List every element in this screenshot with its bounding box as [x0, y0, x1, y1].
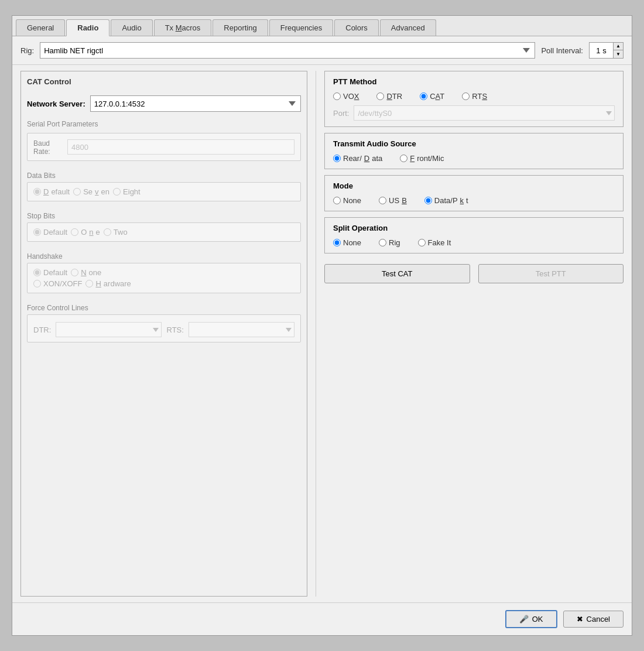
tab-colors[interactable]: Colors: [334, 19, 379, 36]
poll-down-button[interactable]: ▼: [614, 50, 623, 58]
split-none[interactable]: None: [333, 238, 361, 247]
force-control-lines-label: Force Control Lines: [27, 304, 301, 312]
poll-up-button[interactable]: ▲: [614, 43, 623, 50]
test-ptt-button[interactable]: Test PTT: [478, 264, 624, 283]
ptt-port-row: Port: /dev/ttyS0: [333, 105, 615, 121]
ptt-vox[interactable]: VOX: [333, 92, 359, 101]
ptt-method-section: PTT Method VOX DTR CAT RTS: [324, 71, 624, 127]
mode-none[interactable]: None: [333, 196, 361, 205]
data-bits-label: Data Bits: [27, 172, 301, 180]
tab-advanced[interactable]: Advanced: [380, 19, 436, 36]
audio-rear-data[interactable]: Rear/Data: [333, 154, 382, 163]
tab-audio[interactable]: Audio: [111, 19, 152, 36]
handshake-row1: Default None: [33, 268, 294, 277]
data-bits-eight[interactable]: Eight: [113, 187, 141, 196]
data-bits-section: Data Bits Default Seven Eight: [27, 170, 301, 201]
split-fake-it[interactable]: Fake It: [418, 238, 451, 247]
rig-row: Rig: Hamlib NET rigctl Poll Interval: ▲ …: [12, 36, 632, 65]
stop-bits-label: Stop Bits: [27, 212, 301, 220]
cancel-icon: ✖: [577, 615, 583, 623]
ptt-port-label: Port:: [333, 109, 349, 118]
stop-bits-default[interactable]: Default: [33, 228, 67, 237]
tab-general[interactable]: General: [16, 19, 65, 36]
ptt-method-title: PTT Method: [333, 77, 615, 86]
data-bits-options-row: Default Seven Eight: [33, 187, 294, 196]
dialog: General Radio Audio Tx Macros Reporting …: [12, 15, 632, 636]
dtr-rts-row: DTR: RTS:: [33, 322, 294, 337]
handshake-row2: XON/XOFF Hardware: [33, 279, 294, 288]
baud-rate-row: Baud Rate: 4800: [33, 138, 294, 156]
mode-options: None USB Data/Pkt: [333, 196, 615, 205]
transmit-audio-section: Transmit Audio Source Rear/Data Front/Mi…: [324, 133, 624, 169]
network-server-select[interactable]: 127.0.0.1:4532: [90, 95, 301, 112]
transmit-audio-options: Rear/Data Front/Mic: [333, 154, 615, 163]
split-operation-options: None Rig Fake It: [333, 238, 615, 247]
dtr-select[interactable]: [56, 322, 162, 337]
serial-port-params-label: Serial Port Parameters: [27, 120, 301, 128]
right-panel: PTT Method VOX DTR CAT RTS: [324, 71, 624, 597]
stop-bits-section: Stop Bits Default One Two: [27, 211, 301, 242]
split-operation-section: Split Operation None Rig Fake It: [324, 217, 624, 253]
data-bits-default[interactable]: Default: [33, 187, 70, 196]
split-rig[interactable]: Rig: [379, 238, 400, 247]
stop-bits-two[interactable]: Two: [104, 228, 128, 237]
mode-usb[interactable]: USB: [379, 196, 407, 205]
ptt-dtr[interactable]: DTR: [376, 92, 402, 101]
test-buttons-row: Test CAT Test PTT: [324, 264, 624, 283]
transmit-audio-title: Transmit Audio Source: [333, 139, 615, 148]
main-content: CAT Control Network Server: 127.0.0.1:45…: [12, 65, 632, 602]
panel-divider: [316, 71, 316, 597]
poll-interval-input[interactable]: [590, 43, 613, 58]
handshake-label: Handshake: [27, 252, 301, 261]
ptt-cat[interactable]: CAT: [420, 92, 444, 101]
mode-title: Mode: [333, 181, 615, 190]
handshake-xonxoff[interactable]: XON/XOFF: [33, 279, 82, 288]
cat-control-title: CAT Control: [27, 77, 301, 86]
split-operation-title: Split Operation: [333, 224, 615, 232]
force-control-lines-box: DTR: RTS:: [27, 314, 301, 342]
data-bits-box: Default Seven Eight: [27, 182, 301, 201]
tab-bar: General Radio Audio Tx Macros Reporting …: [12, 16, 632, 36]
stop-bits-box: Default One Two: [27, 222, 301, 242]
serial-port-params-box: Baud Rate: 4800: [27, 133, 301, 161]
ok-icon: 🎤: [519, 615, 529, 623]
audio-front-mic[interactable]: Front/Mic: [400, 154, 444, 163]
handshake-hardware[interactable]: Hardware: [85, 279, 131, 288]
data-bits-seven[interactable]: Seven: [73, 187, 109, 196]
tab-tx-macros[interactable]: Tx Macros: [154, 19, 212, 36]
baud-rate-select[interactable]: 4800: [67, 139, 294, 155]
stop-bits-options-row: Default One Two: [33, 228, 294, 237]
dtr-label: DTR:: [33, 326, 51, 334]
rts-label: RTS:: [166, 326, 183, 334]
ptt-rts[interactable]: RTS: [462, 92, 487, 101]
ptt-port-select[interactable]: /dev/ttyS0: [354, 105, 615, 121]
bottom-buttons-row: 🎤 OK ✖ Cancel: [12, 602, 632, 635]
ok-label: OK: [532, 615, 543, 623]
tab-radio[interactable]: Radio: [66, 19, 109, 36]
cat-control-panel: CAT Control Network Server: 127.0.0.1:45…: [20, 71, 307, 597]
baud-rate-label: Baud Rate:: [33, 139, 64, 156]
handshake-section: Handshake Default None XON/XOFF: [27, 251, 301, 293]
ptt-method-options: VOX DTR CAT RTS: [333, 92, 615, 101]
cancel-button[interactable]: ✖ Cancel: [563, 611, 624, 628]
mode-section: Mode None USB Data/Pkt: [324, 175, 624, 211]
ok-button[interactable]: 🎤 OK: [505, 610, 557, 628]
rig-label: Rig:: [20, 46, 34, 55]
force-control-lines-section: Force Control Lines DTR: RTS:: [27, 303, 301, 342]
network-server-label: Network Server:: [27, 100, 85, 108]
handshake-default[interactable]: Default: [33, 268, 67, 277]
handshake-none[interactable]: None: [71, 268, 101, 277]
tab-frequencies[interactable]: Frequencies: [269, 19, 334, 36]
cancel-label: Cancel: [587, 615, 610, 623]
tab-reporting[interactable]: Reporting: [213, 19, 268, 36]
rig-select[interactable]: Hamlib NET rigctl: [40, 42, 535, 59]
test-cat-button[interactable]: Test CAT: [324, 264, 470, 283]
poll-interval-spinner: ▲ ▼: [589, 42, 624, 59]
stop-bits-one[interactable]: One: [71, 228, 100, 237]
network-server-row: Network Server: 127.0.0.1:4532: [27, 93, 301, 114]
handshake-box: Default None XON/XOFF Hardware: [27, 263, 301, 293]
mode-data-pkt[interactable]: Data/Pkt: [424, 196, 468, 205]
rts-select[interactable]: [189, 322, 294, 337]
poll-interval-label: Poll Interval:: [541, 46, 583, 55]
